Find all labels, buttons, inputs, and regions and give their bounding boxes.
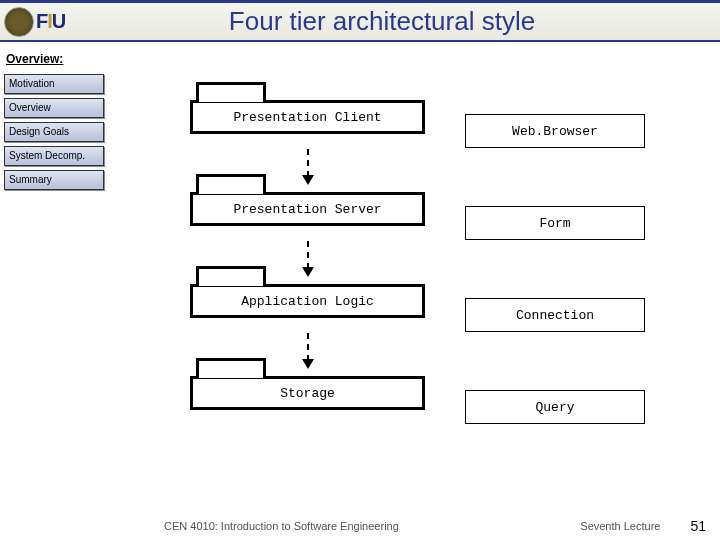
section-label: Overview:	[6, 52, 63, 66]
side-box-form: Form	[465, 206, 645, 240]
slide-title: Four tier architectural style	[104, 6, 720, 37]
package-presentation-server: Presentation Server	[190, 192, 425, 240]
package-label: Presentation Server	[190, 192, 425, 226]
package-label: Storage	[190, 376, 425, 410]
sidebar: Motivation Overview Design Goals System …	[4, 74, 108, 194]
sidebar-item-system-decomp[interactable]: System Decomp.	[4, 146, 104, 166]
sidebar-item-overview[interactable]: Overview	[4, 98, 104, 118]
footer-course: CEN 4010: Introduction to Software Engin…	[164, 520, 399, 532]
package-tab-icon	[196, 174, 266, 194]
sidebar-item-motivation[interactable]: Motivation	[4, 74, 104, 94]
sidebar-item-summary[interactable]: Summary	[4, 170, 104, 190]
tier-row: Presentation Server Form	[190, 192, 690, 240]
package-storage: Storage	[190, 376, 425, 424]
side-box-query: Query	[465, 390, 645, 424]
package-label: Application Logic	[190, 284, 425, 318]
tier-row: Presentation Client Web.Browser	[190, 100, 690, 148]
side-box-web-browser: Web.Browser	[465, 114, 645, 148]
side-box-connection: Connection	[465, 298, 645, 332]
footer-lecture: Seventh Lecture	[580, 520, 660, 532]
diagram: Presentation Client Web.Browser Presenta…	[190, 100, 690, 424]
sidebar-item-design-goals[interactable]: Design Goals	[4, 122, 104, 142]
package-application-logic: Application Logic	[190, 284, 425, 332]
logo-text: FIU	[36, 10, 65, 33]
header-bar: FIU Four tier architectural style	[0, 0, 720, 42]
package-label: Presentation Client	[190, 100, 425, 134]
footer-page-number: 51	[690, 518, 706, 534]
package-tab-icon	[196, 82, 266, 102]
logo: FIU	[4, 4, 104, 40]
tier-row: Storage Query	[190, 376, 690, 424]
package-tab-icon	[196, 358, 266, 378]
package-presentation-client: Presentation Client	[190, 100, 425, 148]
footer: CEN 4010: Introduction to Software Engin…	[0, 518, 720, 534]
logo-seal-icon	[4, 7, 34, 37]
tier-row: Application Logic Connection	[190, 284, 690, 332]
package-tab-icon	[196, 266, 266, 286]
